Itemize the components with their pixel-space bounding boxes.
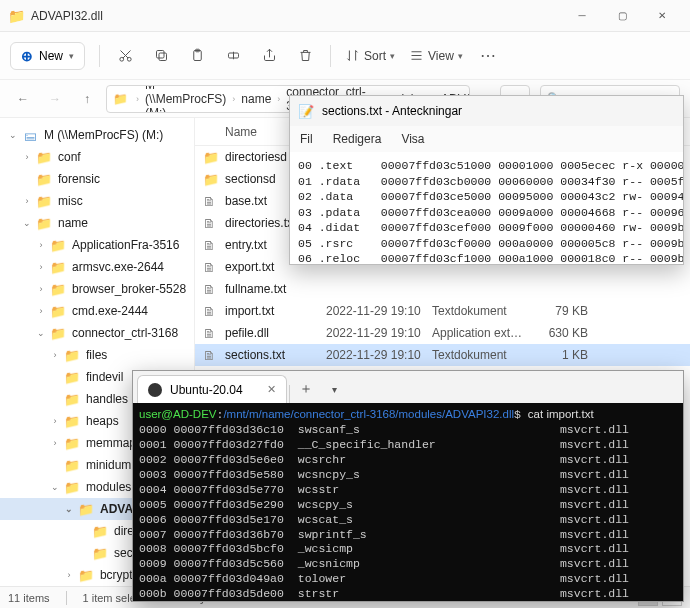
tree-item-label: forensic (58, 172, 100, 186)
chevron-right-icon[interactable]: › (48, 416, 62, 426)
maximize-button[interactable]: ▢ (602, 1, 642, 31)
tree-item[interactable]: ›📁misc (0, 190, 194, 212)
file-size: 1 KB (538, 348, 588, 362)
chevron-right-icon[interactable]: › (20, 152, 34, 162)
back-button[interactable]: ← (10, 86, 36, 112)
chevron-right-icon[interactable]: › (34, 306, 48, 316)
file-icon: 🗎 (203, 348, 219, 363)
separator (99, 45, 100, 67)
chevron-down-icon[interactable]: ⌄ (62, 504, 76, 514)
tree-item-label: conf (58, 150, 81, 164)
notepad-icon: 📝 (298, 104, 314, 119)
file-type: Textdokument (432, 304, 532, 318)
folder-icon: 📁 (92, 524, 108, 539)
file-name: fullname.txt (225, 282, 320, 296)
tree-item-label: connector_ctrl-3168 (72, 326, 178, 340)
breadcrumb-item[interactable]: name (241, 92, 271, 106)
minimize-button[interactable]: ─ (562, 1, 602, 31)
chevron-down-icon[interactable]: ⌄ (6, 130, 20, 140)
tux-icon (148, 383, 162, 397)
notepad-title: sections.txt - Anteckningar (322, 104, 462, 118)
chevron-right-icon[interactable]: › (34, 240, 48, 250)
notepad-menu-item[interactable]: Redigera (333, 132, 382, 146)
file-icon: 🗎 (203, 216, 219, 231)
terminal-tab[interactable]: Ubuntu-20.04 ✕ (137, 375, 287, 403)
close-tab-icon[interactable]: ✕ (267, 383, 276, 396)
copy-button[interactable] (150, 45, 172, 67)
file-name: sections.txt (225, 348, 320, 362)
terminal-tabbar: Ubuntu-20.04 ✕ ＋ ▾ (133, 371, 683, 403)
folder-icon: 📁 (78, 568, 94, 583)
tree-item-label: armsvc.exe-2644 (72, 260, 164, 274)
cut-button[interactable] (114, 45, 136, 67)
delete-button[interactable] (294, 45, 316, 67)
folder-icon: 📁 (8, 8, 25, 24)
tree-item[interactable]: ›📁cmd.exe-2444 (0, 300, 194, 322)
close-button[interactable]: ✕ (642, 1, 682, 31)
tree-item[interactable]: ⌄📁name (0, 212, 194, 234)
folder-icon: 📁 (64, 392, 80, 407)
share-button[interactable] (258, 45, 280, 67)
folder-icon: 📁 (92, 546, 108, 561)
notepad-content: 00 .text 00007ffd03c51000 00001000 0005e… (290, 152, 683, 264)
file-row[interactable]: 🗎fullname.txt (195, 278, 690, 300)
file-row[interactable]: 🗎import.txt2022-11-29 19:10Textdokument7… (195, 300, 690, 322)
notepad-menu-item[interactable]: Fil (300, 132, 313, 146)
chevron-right-icon[interactable]: › (62, 570, 76, 580)
folder-icon: 📁 (36, 172, 52, 187)
notepad-titlebar[interactable]: 📝 sections.txt - Anteckningar (290, 96, 683, 126)
chevron-right-icon[interactable]: › (20, 196, 34, 206)
file-row[interactable]: 🗎pefile.dll2022-11-29 19:10Application e… (195, 322, 690, 344)
tree-item[interactable]: ›📁conf (0, 146, 194, 168)
chevron-down-icon[interactable]: ⌄ (20, 218, 34, 228)
new-tab-button[interactable]: ＋ (292, 375, 320, 403)
file-type: Application ext… (432, 326, 532, 340)
tree-item-label: browser_broker-5528 (72, 282, 186, 296)
tree-item[interactable]: 📁forensic (0, 168, 194, 190)
file-name: import.txt (225, 304, 320, 318)
terminal-window: Ubuntu-20.04 ✕ ＋ ▾ user@AD-DEV:/mnt/m/na… (132, 370, 684, 602)
terminal-output[interactable]: user@AD-DEV:/mnt/m/name/connector_ctrl-3… (133, 403, 683, 601)
folder-icon: 📁 (78, 502, 94, 517)
chevron-right-icon[interactable]: › (48, 438, 62, 448)
folder-icon: 📁 (64, 370, 80, 385)
notepad-menu-item[interactable]: Visa (401, 132, 424, 146)
tree-item[interactable]: ›📁ApplicationFra-3516 (0, 234, 194, 256)
up-button[interactable]: ↑ (74, 86, 100, 112)
tree-item[interactable]: ›📁armsvc.exe-2644 (0, 256, 194, 278)
folder-icon: 📁 (36, 194, 52, 209)
file-size: 630 KB (538, 326, 588, 340)
folder-icon: 📁 (203, 172, 219, 187)
chevron-right-icon[interactable]: › (34, 262, 48, 272)
more-button[interactable]: ⋯ (477, 45, 499, 67)
tree-item-label: files (86, 348, 107, 362)
tree-item[interactable]: ⌄🖴M (\\MemProcFS) (M:) (0, 124, 194, 146)
new-button[interactable]: ⊕ New ▾ (10, 42, 85, 70)
chevron-down-icon[interactable]: ⌄ (48, 482, 62, 492)
file-icon: 🗎 (203, 260, 219, 275)
view-button[interactable]: View ▾ (409, 48, 463, 63)
folder-icon: 📁 (50, 282, 66, 297)
file-row[interactable]: 🗎sections.txt2022-11-29 19:10Textdokumen… (195, 344, 690, 366)
tree-item-label: name (58, 216, 88, 230)
folder-icon: 📁 (36, 216, 52, 231)
tree-item-label: cmd.exe-2444 (72, 304, 148, 318)
chevron-right-icon[interactable]: › (48, 350, 62, 360)
new-label: New (39, 49, 63, 63)
chevron-down-icon[interactable]: ⌄ (34, 328, 48, 338)
tab-dropdown-button[interactable]: ▾ (320, 375, 348, 403)
paste-button[interactable] (186, 45, 208, 67)
status-item-count: 11 items (8, 592, 50, 604)
view-label: View (428, 49, 454, 63)
file-icon: 🗎 (203, 238, 219, 253)
chevron-right-icon[interactable]: › (34, 284, 48, 294)
sort-button[interactable]: Sort ▾ (345, 48, 395, 63)
forward-button[interactable]: → (42, 86, 68, 112)
terminal-tab-label: Ubuntu-20.04 (170, 383, 243, 397)
breadcrumb-item[interactable]: M (\\MemProcFS) (M:) (145, 85, 226, 113)
tree-item[interactable]: ›📁files (0, 344, 194, 366)
rename-button[interactable] (222, 45, 244, 67)
folder-icon: 📁 (50, 238, 66, 253)
tree-item[interactable]: ⌄📁connector_ctrl-3168 (0, 322, 194, 344)
tree-item[interactable]: ›📁browser_broker-5528 (0, 278, 194, 300)
